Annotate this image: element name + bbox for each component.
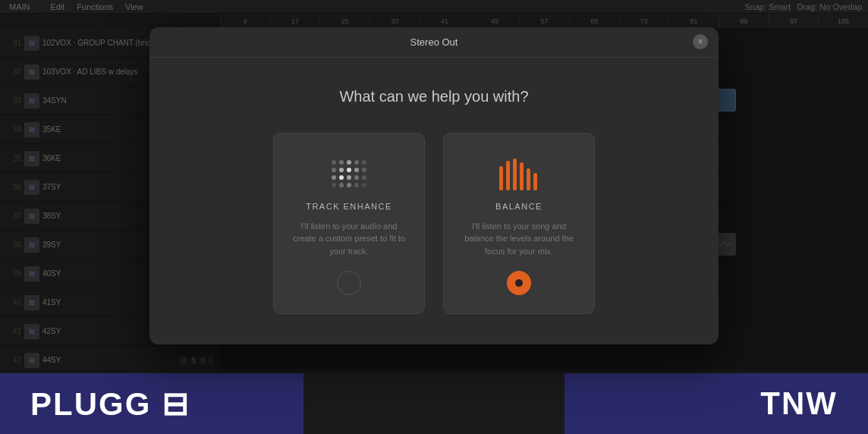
svg-point-4 — [362, 160, 366, 165]
svg-point-6 — [339, 168, 344, 172]
svg-point-1 — [339, 160, 344, 165]
svg-point-9 — [362, 168, 366, 172]
svg-rect-22 — [513, 159, 517, 190]
svg-point-8 — [354, 168, 359, 172]
brand-right: TNW — [565, 373, 868, 434]
svg-point-11 — [339, 175, 344, 180]
svg-point-14 — [362, 175, 366, 180]
svg-point-15 — [332, 183, 336, 187]
balance-button[interactable] — [507, 271, 531, 295]
svg-point-2 — [347, 160, 351, 165]
balance-title: BALANCE — [495, 202, 542, 211]
track-enhance-desc: I'll listen to your audio and create a c… — [289, 220, 409, 258]
bottom-bar: PLUGG ⊟ TNW — [0, 373, 868, 434]
svg-point-18 — [354, 183, 359, 187]
svg-rect-20 — [499, 166, 503, 190]
balance-icon — [496, 155, 542, 193]
modal-body: What can we help you with? — [149, 58, 719, 345]
svg-rect-21 — [506, 161, 510, 190]
svg-point-10 — [332, 175, 336, 180]
svg-point-13 — [354, 175, 359, 180]
brand-left-text: PLUGG ⊟ — [30, 385, 190, 423]
svg-rect-24 — [527, 168, 530, 190]
svg-rect-25 — [533, 173, 537, 190]
svg-point-12 — [347, 175, 351, 180]
svg-point-19 — [362, 183, 366, 187]
svg-point-5 — [332, 168, 336, 172]
svg-point-3 — [354, 160, 359, 165]
track-enhance-button[interactable] — [337, 271, 361, 295]
track-enhance-title: TRACK ENHANCE — [306, 202, 392, 211]
svg-point-0 — [332, 160, 336, 165]
modal-titlebar: Stereo Out × — [149, 27, 719, 58]
brand-left: PLUGG ⊟ — [0, 373, 303, 434]
modal-question: What can we help you with? — [180, 88, 688, 105]
balance-card[interactable]: BALANCE I'll listen to your song and bal… — [443, 133, 595, 315]
modal-title: Stereo Out — [410, 36, 458, 48]
svg-point-16 — [339, 183, 344, 187]
modal-cards: TRACK ENHANCE I'll listen to your audio … — [180, 133, 688, 315]
balance-desc: I'll listen to your song and balance the… — [459, 220, 579, 258]
track-enhance-card[interactable]: TRACK ENHANCE I'll listen to your audio … — [273, 133, 425, 315]
brand-right-text: TNW — [760, 385, 838, 422]
modal-overlay: Stereo Out × What can we help you with? — [0, 0, 868, 372]
modal-dialog: Stereo Out × What can we help you with? — [149, 27, 719, 345]
track-enhance-icon — [326, 155, 372, 193]
svg-rect-23 — [520, 162, 524, 190]
svg-point-7 — [347, 168, 351, 172]
modal-close-button[interactable]: × — [693, 34, 708, 49]
svg-point-17 — [347, 183, 351, 187]
